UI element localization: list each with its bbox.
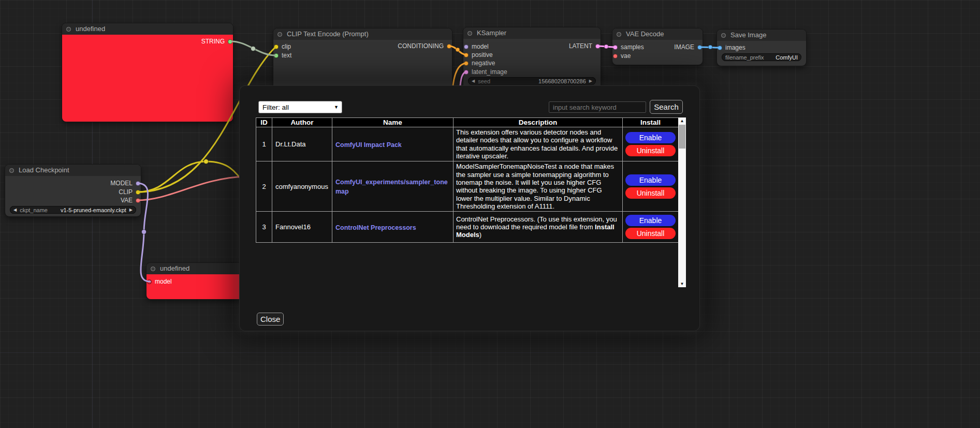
input-slot-vae[interactable]: vae — [613, 52, 631, 60]
enable-button[interactable]: Enable — [625, 215, 676, 226]
row-author: comfyanonymous — [272, 161, 332, 212]
scrollbar-thumb[interactable] — [679, 125, 685, 149]
output-port-model-icon[interactable] — [136, 181, 140, 186]
input-slot-positive[interactable]: positive — [464, 51, 493, 59]
output-port-latent-icon[interactable] — [595, 44, 600, 49]
input-slot-negative[interactable]: negative — [464, 59, 495, 67]
output-slot-conditioning[interactable]: CONDITIONING — [398, 42, 451, 50]
node-collapse-icon[interactable] — [151, 267, 155, 271]
extension-link[interactable]: ComfyUI_experiments/sampler_tonemap — [335, 179, 448, 195]
output-port-vae-icon[interactable] — [136, 198, 140, 203]
link-midpoint-dot — [708, 45, 712, 49]
extensions-table: ID Author Name Description Install 1 Dr.… — [256, 117, 679, 243]
enable-button[interactable]: Enable — [625, 174, 676, 186]
input-slot-text[interactable]: text — [274, 51, 291, 60]
filename-prefix-widget[interactable]: filename_prefix ComfyUI — [722, 53, 801, 61]
output-slot-image[interactable]: IMAGE — [674, 43, 702, 51]
input-port-vae-icon[interactable] — [613, 54, 618, 58]
filename-prefix-value: ComfyUI — [767, 54, 798, 61]
search-button[interactable]: Search — [650, 100, 683, 114]
row-id: 1 — [256, 127, 272, 161]
output-port-image-icon[interactable] — [697, 45, 702, 50]
seed-value: 156680208700286 — [493, 78, 586, 84]
node-collapse-icon[interactable] — [66, 27, 71, 32]
header-name: Name — [332, 118, 454, 127]
input-port-positive-icon[interactable] — [464, 53, 469, 57]
uninstall-button[interactable]: Uninstall — [625, 187, 676, 199]
node-title: CLIP Text Encode (Prompt) — [287, 30, 369, 38]
node-collapse-icon[interactable] — [617, 32, 621, 37]
extension-link[interactable]: ComfyUI Impact Pack — [335, 141, 402, 149]
input-port-model-icon[interactable] — [147, 279, 152, 284]
search-input[interactable] — [549, 101, 646, 113]
input-port-clip-icon[interactable] — [274, 45, 279, 49]
input-slot-clip[interactable]: clip — [274, 42, 291, 51]
filter-select[interactable]: Filter: all — [258, 101, 342, 113]
row-id: 2 — [256, 161, 272, 212]
row-description: This extension offers various detector n… — [454, 127, 623, 161]
row-author: Fannovel16 — [272, 212, 332, 243]
input-slot-latent-image[interactable]: latent_image — [464, 68, 507, 76]
input-slot-samples[interactable]: samples — [613, 43, 644, 51]
custom-nodes-manager-dialog: Filter: all ▼ Search ID Author Name Desc… — [239, 85, 700, 331]
input-slot-model[interactable]: model — [464, 42, 489, 51]
scroll-up-icon[interactable]: ▲ — [678, 117, 686, 124]
input-port-samples-icon[interactable] — [613, 45, 618, 50]
output-port-conditioning-icon[interactable] — [447, 44, 451, 49]
input-port-model-icon[interactable] — [464, 45, 469, 49]
row-install-cell: Enable Uninstall — [623, 161, 679, 212]
canvas-axis-horizontal — [0, 352, 980, 353]
output-slot-vae[interactable]: VAE — [121, 196, 140, 204]
node-vae-decode[interactable]: VAE Decode samples vae IMAGE — [612, 28, 703, 65]
node-title: VAE Decode — [626, 30, 664, 38]
input-slot-model[interactable]: model — [147, 277, 172, 286]
extension-link[interactable]: ControlNet Preprocessors — [335, 224, 416, 231]
node-title: undefined — [160, 264, 189, 272]
node-undefined-top[interactable]: undefined STRING — [62, 23, 233, 122]
close-button[interactable]: Close — [257, 313, 284, 326]
link-midpoint-dot — [604, 45, 608, 49]
uninstall-button[interactable]: Uninstall — [625, 228, 676, 239]
output-slot-model[interactable]: MODEL — [110, 179, 140, 187]
node-title: undefined — [76, 25, 105, 33]
input-port-text-icon[interactable] — [274, 53, 279, 58]
extension-row: 3 Fannovel16 ControlNet Preprocessors Co… — [256, 212, 679, 243]
input-slot-images[interactable]: images — [718, 43, 745, 52]
row-author: Dr.Lt.Data — [272, 127, 332, 161]
ckpt-name-widget[interactable]: ◀ ckpt_name v1-5-pruned-emaonly.ckpt ▶ — [10, 206, 136, 214]
link-midpoint-dot — [456, 48, 460, 52]
ckpt-next-icon[interactable]: ▶ — [129, 206, 133, 214]
node-title: KSampler — [477, 29, 506, 37]
row-install-cell: Enable Uninstall — [623, 127, 679, 161]
extensions-table-container: ID Author Name Description Install 1 Dr.… — [256, 117, 686, 287]
ckpt-prev-icon[interactable]: ◀ — [13, 206, 17, 214]
input-port-negative-icon[interactable] — [464, 61, 469, 66]
row-id: 3 — [256, 212, 272, 243]
output-port-string-icon[interactable] — [228, 39, 232, 44]
output-slot-string[interactable]: STRING — [201, 37, 232, 46]
output-slot-clip[interactable]: CLIP — [119, 188, 140, 196]
extension-row: 2 comfyanonymous ComfyUI_experiments/sam… — [256, 161, 679, 212]
node-collapse-icon[interactable] — [721, 33, 726, 38]
seed-widget[interactable]: ◀ seed 156680208700286 ▶ — [468, 77, 596, 85]
seed-increment-icon[interactable]: ▶ — [589, 77, 592, 85]
node-title: Load Checkpoint — [19, 166, 69, 174]
node-collapse-icon[interactable] — [277, 32, 282, 37]
input-port-latent-icon[interactable] — [464, 70, 469, 75]
output-slot-latent[interactable]: LATENT — [569, 42, 600, 50]
enable-button[interactable]: Enable — [625, 132, 676, 143]
output-port-clip-icon[interactable] — [136, 190, 140, 195]
node-load-checkpoint[interactable]: Load Checkpoint MODEL CLIP VAE ◀ ckpt_na… — [5, 165, 141, 216]
header-author: Author — [272, 118, 332, 127]
uninstall-button[interactable]: Uninstall — [625, 145, 676, 156]
node-collapse-icon[interactable] — [9, 168, 14, 173]
node-save-image[interactable]: Save Image images filename_prefix ComfyU… — [717, 29, 806, 66]
seed-decrement-icon[interactable]: ◀ — [472, 77, 475, 85]
link-midpoint-dot — [142, 230, 147, 234]
table-scrollbar[interactable]: ▲ ▼ — [678, 117, 686, 287]
link-midpoint-dot — [251, 47, 256, 51]
input-port-images-icon[interactable] — [718, 46, 722, 50]
comfyui-canvas[interactable]: undefined STRING CLIP Text Encode (Promp… — [0, 0, 980, 428]
scroll-down-icon[interactable]: ▼ — [678, 281, 686, 287]
node-collapse-icon[interactable] — [467, 31, 472, 36]
